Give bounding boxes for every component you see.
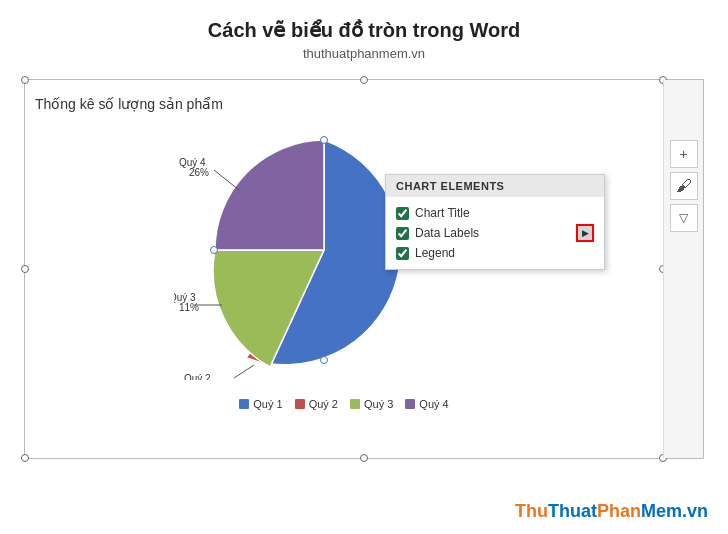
page: Cách vẽ biểu đồ tròn trong Word thuthuat… — [0, 0, 728, 534]
watermark-vn: vn — [687, 501, 708, 521]
pie-segment-quy4[interactable] — [215, 140, 324, 250]
pie-handle-bottom[interactable] — [321, 357, 328, 364]
word-chart-frame: Thống kê số lượng sản phẩm — [24, 79, 704, 459]
checkbox-legend[interactable] — [396, 247, 409, 260]
watermark-phan: Phan — [597, 501, 641, 521]
legend-label-quy2: Quý 2 — [309, 398, 338, 410]
page-title: Cách vẽ biểu đồ tròn trong Word — [208, 18, 520, 42]
chart-styles-button[interactable]: 🖌 — [670, 172, 698, 200]
legend-color-quy4 — [405, 399, 415, 409]
panel-item-legend: Legend — [396, 243, 594, 263]
chart-elements-panel: CHART ELEMENTS Chart Title Data Labels ▶… — [385, 174, 605, 270]
panel-body: Chart Title Data Labels ▶ Legend — [386, 197, 604, 269]
watermark-thuat: Thuat — [548, 501, 597, 521]
label-text-quy2: Quý 2 — [184, 373, 211, 380]
watermark: ThuThuatPhanMem.vn — [515, 501, 708, 522]
chart-legend: Quý 1 Quý 2 Quý 3 Quý 4 — [35, 398, 653, 410]
panel-header: CHART ELEMENTS — [386, 175, 604, 197]
pie-handle-left[interactable] — [211, 247, 218, 254]
legend-item-quy3: Quý 3 — [350, 398, 393, 410]
checkbox-chart-title[interactable] — [396, 207, 409, 220]
pie-handle-top[interactable] — [321, 137, 328, 144]
legend-color-quy1 — [239, 399, 249, 409]
watermark-mem: Mem — [641, 501, 682, 521]
legend-label-quy3: Quý 3 — [364, 398, 393, 410]
legend-color-quy3 — [350, 399, 360, 409]
legend-label-quy1: Quý 1 — [253, 398, 282, 410]
legend-item-quy2: Quý 2 — [295, 398, 338, 410]
chart-filters-button[interactable]: ▽ — [670, 204, 698, 232]
panel-item-data-labels: Data Labels ▶ — [396, 223, 594, 243]
checkbox-data-labels[interactable] — [396, 227, 409, 240]
label-chart-title: Chart Title — [415, 206, 470, 220]
label-line-quy2 — [234, 365, 254, 378]
add-element-button[interactable]: + — [670, 140, 698, 168]
label-legend: Legend — [415, 246, 455, 260]
chart-title: Thống kê số lượng sản phẩm — [35, 96, 653, 112]
page-subtitle: thuthuatphanmem.vn — [303, 46, 425, 61]
label-line-quy4 — [214, 170, 239, 190]
label-data-labels: Data Labels — [415, 226, 479, 240]
label-pct-quy3: 11% — [179, 302, 199, 313]
label-pct-quy4: 26% — [189, 167, 209, 178]
watermark-thu: Thu — [515, 501, 548, 521]
legend-color-quy2 — [295, 399, 305, 409]
chart-tools-sidebar: + 🖌 ▽ — [663, 80, 703, 458]
legend-item-quy1: Quý 1 — [239, 398, 282, 410]
legend-label-quy4: Quý 4 — [419, 398, 448, 410]
legend-item-quy4: Quý 4 — [405, 398, 448, 410]
panel-item-chart-title: Chart Title — [396, 203, 594, 223]
data-labels-arrow-button[interactable]: ▶ — [576, 224, 594, 242]
